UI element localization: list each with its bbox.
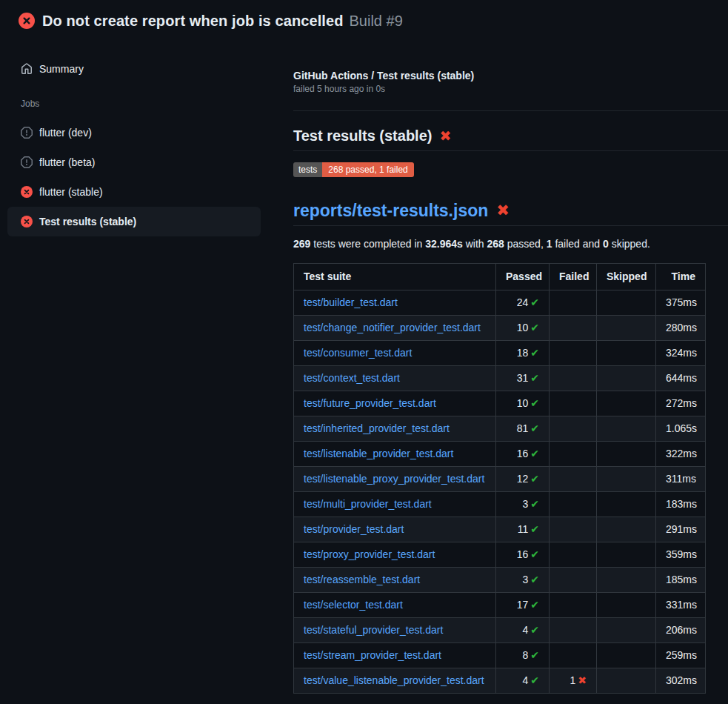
table-row: test/context_test.dart31✔644ms [294, 366, 706, 391]
time-cell: 322ms [656, 442, 706, 467]
skipped-cell [597, 316, 656, 341]
skipped-cell [597, 290, 656, 316]
column-header-passed: Passed [496, 264, 550, 290]
test-suite-cell: test/inherited_provider_test.dart [294, 416, 496, 442]
page-title: Do not create report when job is cancell… [42, 13, 344, 30]
test-suite-cell: test/context_test.dart [294, 366, 496, 391]
test-suite-cell: test/provider_test.dart [294, 517, 496, 542]
skipped-cell [597, 517, 656, 542]
table-row: test/multi_provider_test.dart3✔183ms [294, 492, 706, 517]
table-row: test/inherited_provider_test.dart81✔1.06… [294, 416, 706, 442]
test-suite-link[interactable]: test/listenable_proxy_provider_test.dart [304, 473, 484, 485]
test-suite-link[interactable]: test/reassemble_test.dart [304, 574, 420, 585]
test-suite-link[interactable]: test/stream_provider_test.dart [304, 649, 441, 661]
failed-count: 1 [547, 238, 552, 250]
test-suite-cell: test/stream_provider_test.dart [294, 643, 496, 668]
table-row: test/consumer_test.dart18✔324ms [294, 341, 706, 366]
passed-cell: 4✔ [496, 668, 550, 694]
failed-cell [550, 467, 597, 492]
test-suite-cell: test/multi_provider_test.dart [294, 492, 496, 517]
skipped-cell [597, 618, 656, 643]
test-suite-cell: test/value_listenable_provider_test.dart [294, 668, 496, 694]
jobs-section-label: Jobs [21, 99, 293, 109]
table-row: test/builder_test.dart24✔375ms [294, 290, 706, 316]
check-icon: ✔ [530, 347, 539, 359]
table-row: test/stream_provider_test.dart8✔259ms [294, 643, 706, 668]
home-icon [21, 63, 33, 75]
passed-cell: 3✔ [496, 568, 550, 593]
test-results-table: Test suite Passed Failed Skipped Time te… [293, 263, 706, 694]
test-suite-link[interactable]: test/proxy_provider_test.dart [304, 548, 435, 560]
check-icon: ✔ [530, 372, 539, 384]
table-row: test/value_listenable_provider_test.dart… [294, 668, 706, 694]
sidebar-item-job[interactable]: flutter (beta) [7, 147, 261, 177]
check-icon: ✔ [530, 448, 539, 459]
table-row: test/provider_test.dart11✔291ms [294, 517, 706, 542]
skipped-cell [597, 492, 656, 517]
test-suite-cell: test/selector_test.dart [294, 593, 496, 618]
test-suite-link[interactable]: test/future_provider_test.dart [304, 397, 436, 409]
skipped-cell [597, 568, 656, 593]
sidebar: Summary Jobs flutter (dev)flutter (beta)… [0, 41, 293, 236]
table-row: test/stateful_provider_test.dart4✔206ms [294, 618, 706, 643]
failed-cell [550, 391, 597, 416]
test-suite-link[interactable]: test/context_test.dart [304, 372, 400, 384]
cross-icon: ✖ [578, 674, 587, 686]
report-file-link[interactable]: reports/test-results.json [293, 201, 488, 221]
skipped-cell [597, 593, 656, 618]
test-suite-link[interactable]: test/consumer_test.dart [304, 347, 412, 359]
failed-cell [550, 341, 597, 366]
report-title-row: reports/test-results.json ✖ [293, 201, 728, 226]
sidebar-item-job[interactable]: Test results (stable) [7, 207, 261, 236]
passed-cell: 24✔ [496, 290, 550, 316]
passed-cell: 3✔ [496, 492, 550, 517]
test-suite-link[interactable]: test/selector_test.dart [304, 599, 403, 611]
time-cell: 280ms [656, 316, 706, 341]
skipped-cell [597, 542, 656, 568]
test-suite-link[interactable]: test/multi_provider_test.dart [304, 498, 432, 510]
section-divider [293, 110, 728, 111]
main-panel: GitHub Actions / Test results (stable) f… [293, 41, 728, 694]
column-header-failed: Failed [550, 264, 597, 290]
table-row: test/future_provider_test.dart10✔272ms [294, 391, 706, 416]
run-failed-icon [19, 13, 35, 29]
test-suite-cell: test/listenable_proxy_provider_test.dart [294, 467, 496, 492]
failed-cell [550, 618, 597, 643]
failed-cell [550, 568, 597, 593]
passed-cell: 16✔ [496, 442, 550, 467]
failed-cell: 1✖ [550, 668, 597, 694]
content-layout: Summary Jobs flutter (dev)flutter (beta)… [0, 41, 728, 694]
table-row: test/reassemble_test.dart3✔185ms [294, 568, 706, 593]
test-suite-link[interactable]: test/value_listenable_provider_test.dart [304, 674, 484, 686]
sidebar-item-summary[interactable]: Summary [7, 56, 261, 82]
failed-x-circle-icon [21, 216, 33, 228]
build-number: Build #9 [350, 13, 403, 30]
time-cell: 291ms [656, 517, 706, 542]
check-icon: ✔ [530, 422, 539, 434]
time-cell: 183ms [656, 492, 706, 517]
time-cell: 311ms [656, 467, 706, 492]
test-suite-link[interactable]: test/provider_test.dart [304, 523, 404, 535]
total-time: 32.964s [425, 238, 463, 250]
summary-line: 269 tests were completed in 32.964s with… [293, 238, 728, 250]
sidebar-item-job[interactable]: flutter (stable) [7, 177, 261, 207]
test-suite-link[interactable]: test/builder_test.dart [304, 296, 398, 308]
skipped-cell [597, 668, 656, 694]
sidebar-jobs-list: flutter (dev)flutter (beta)flutter (stab… [0, 118, 293, 236]
skipped-cell [597, 416, 656, 442]
sidebar-item-job[interactable]: flutter (dev) [7, 118, 261, 147]
tests-badge: tests 268 passed, 1 failed [293, 162, 414, 177]
sidebar-job-label: flutter (dev) [39, 127, 92, 139]
test-suite-link[interactable]: test/inherited_provider_test.dart [304, 422, 450, 434]
test-suite-link[interactable]: test/listenable_provider_test.dart [304, 448, 453, 459]
failed-cell [550, 542, 597, 568]
test-suite-cell: test/reassemble_test.dart [294, 568, 496, 593]
skipped-cell [597, 366, 656, 391]
failed-cell [550, 593, 597, 618]
skipped-cell [597, 643, 656, 668]
passed-cell: 10✔ [496, 316, 550, 341]
test-suite-link[interactable]: test/change_notifier_provider_test.dart [304, 322, 481, 333]
time-cell: 259ms [656, 643, 706, 668]
test-suite-link[interactable]: test/stateful_provider_test.dart [304, 624, 443, 636]
check-icon: ✔ [530, 674, 539, 686]
